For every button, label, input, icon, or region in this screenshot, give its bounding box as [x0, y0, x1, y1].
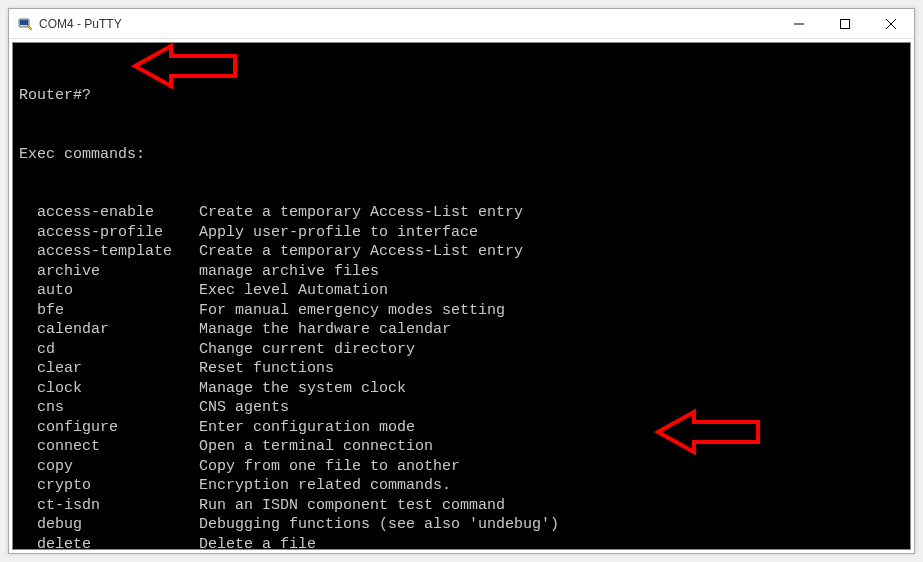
- command-name: archive: [19, 262, 199, 282]
- command-row: ct-isdnRun an ISDN component test comman…: [19, 496, 904, 516]
- command-desc: Create a temporary Access-List entry: [199, 203, 904, 223]
- command-row: connectOpen a terminal connection: [19, 437, 904, 457]
- command-name: access-enable: [19, 203, 199, 223]
- exec-header: Exec commands:: [19, 145, 904, 165]
- command-name: ct-isdn: [19, 496, 199, 516]
- command-row: archivemanage archive files: [19, 262, 904, 282]
- command-desc: Change current directory: [199, 340, 904, 360]
- command-row: clockManage the system clock: [19, 379, 904, 399]
- title-left: COM4 - PuTTY: [17, 16, 122, 32]
- command-row: clearReset functions: [19, 359, 904, 379]
- command-name: access-profile: [19, 223, 199, 243]
- putty-icon: [17, 16, 33, 32]
- putty-window: COM4 - PuTTY Router#? Exec commands: acc…: [8, 8, 915, 554]
- command-desc: Debugging functions (see also 'undebug'): [199, 515, 904, 535]
- command-row: access-enableCreate a temporary Access-L…: [19, 203, 904, 223]
- command-row: configureEnter configuration mode: [19, 418, 904, 438]
- command-name: cd: [19, 340, 199, 360]
- command-name: delete: [19, 535, 199, 551]
- command-desc: Apply user-profile to interface: [199, 223, 904, 243]
- command-desc: Open a terminal connection: [199, 437, 904, 457]
- svg-rect-3: [841, 19, 850, 28]
- command-row: cnsCNS agents: [19, 398, 904, 418]
- command-desc: Exec level Automation: [199, 281, 904, 301]
- command-name: clock: [19, 379, 199, 399]
- command-name: copy: [19, 457, 199, 477]
- window-title: COM4 - PuTTY: [39, 17, 122, 31]
- title-bar[interactable]: COM4 - PuTTY: [9, 9, 914, 39]
- command-row: autoExec level Automation: [19, 281, 904, 301]
- command-desc: Run an ISDN component test command: [199, 496, 904, 516]
- command-name: connect: [19, 437, 199, 457]
- command-desc: CNS agents: [199, 398, 904, 418]
- command-name: configure: [19, 418, 199, 438]
- command-name: access-template: [19, 242, 199, 262]
- terminal-area[interactable]: Router#? Exec commands: access-enableCre…: [12, 42, 911, 550]
- command-row: deleteDelete a file: [19, 535, 904, 551]
- command-desc: Enter configuration mode: [199, 418, 904, 438]
- window-controls: [776, 9, 914, 38]
- command-row: debugDebugging functions (see also 'unde…: [19, 515, 904, 535]
- prompt-line: Router#?: [19, 86, 904, 106]
- command-desc: Create a temporary Access-List entry: [199, 242, 904, 262]
- command-desc: manage archive files: [199, 262, 904, 282]
- command-desc: Manage the hardware calendar: [199, 320, 904, 340]
- command-name: auto: [19, 281, 199, 301]
- command-name: calendar: [19, 320, 199, 340]
- command-row: cryptoEncryption related commands.: [19, 476, 904, 496]
- command-list: access-enableCreate a temporary Access-L…: [19, 203, 904, 550]
- command-name: debug: [19, 515, 199, 535]
- command-row: copyCopy from one file to another: [19, 457, 904, 477]
- minimize-button[interactable]: [776, 9, 822, 38]
- close-button[interactable]: [868, 9, 914, 38]
- command-desc: Copy from one file to another: [199, 457, 904, 477]
- command-name: clear: [19, 359, 199, 379]
- command-name: cns: [19, 398, 199, 418]
- command-desc: Encryption related commands.: [199, 476, 904, 496]
- command-row: access-profileApply user-profile to inte…: [19, 223, 904, 243]
- command-desc: For manual emergency modes setting: [199, 301, 904, 321]
- command-row: access-templateCreate a temporary Access…: [19, 242, 904, 262]
- command-row: cdChange current directory: [19, 340, 904, 360]
- command-row: bfeFor manual emergency modes setting: [19, 301, 904, 321]
- command-name: crypto: [19, 476, 199, 496]
- command-name: bfe: [19, 301, 199, 321]
- command-desc: Reset functions: [199, 359, 904, 379]
- svg-rect-1: [20, 20, 28, 25]
- command-row: calendarManage the hardware calendar: [19, 320, 904, 340]
- maximize-button[interactable]: [822, 9, 868, 38]
- command-desc: Manage the system clock: [199, 379, 904, 399]
- command-desc: Delete a file: [199, 535, 904, 551]
